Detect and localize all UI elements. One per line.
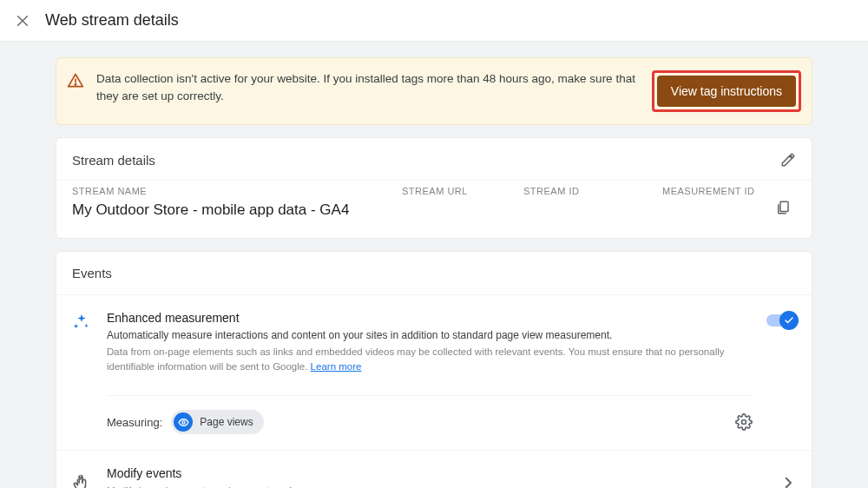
events-header: Events [56, 252, 812, 294]
highlight-box: View tag instructions [652, 70, 801, 112]
label-measurement-id: MEASUREMENT ID [662, 186, 770, 196]
gear-icon[interactable] [735, 413, 753, 431]
stream-details-card: Stream details STREAM NAME My Outdoor St… [56, 137, 812, 239]
eye-icon [174, 412, 193, 432]
enhanced-learn-more-link[interactable]: Learn more [311, 361, 362, 372]
modify-events-item[interactable]: Modify events Modify incoming events and… [56, 450, 812, 488]
enhanced-toggle[interactable] [766, 314, 796, 326]
page-title: Web stream details [45, 11, 179, 30]
measuring-label: Measuring: [107, 416, 162, 429]
sparkle-icon [72, 313, 93, 332]
svg-point-6 [742, 420, 746, 425]
events-card: Events Enhanced measurement Automaticall… [56, 251, 812, 488]
topbar: Web stream details [0, 0, 868, 42]
enhanced-subtitle: Automatically measure interactions and c… [107, 328, 753, 343]
stream-details-title: Stream details [72, 153, 155, 168]
modify-desc: Modify incoming events and parameters. L… [107, 484, 766, 488]
svg-point-5 [182, 421, 185, 424]
page-views-chip: Page views [171, 410, 263, 434]
label-stream-url: STREAM URL [402, 186, 523, 196]
data-collection-alert: Data collection isn't active for your we… [56, 57, 812, 125]
label-stream-id: STREAM ID [523, 186, 654, 196]
edit-icon[interactable] [780, 152, 796, 168]
svg-point-3 [75, 84, 76, 85]
stream-details-header: Stream details [56, 138, 812, 180]
view-tag-instructions-button[interactable]: View tag instructions [657, 76, 796, 107]
alert-text: Data collection isn't active for your we… [96, 70, 640, 106]
modify-title: Modify events [107, 466, 766, 480]
copy-icon[interactable] [775, 200, 791, 215]
chip-label: Page views [200, 416, 253, 428]
close-icon[interactable] [12, 10, 33, 31]
stream-row: STREAM NAME My Outdoor Store - mobile ap… [56, 180, 812, 238]
enhanced-measurement-item: Enhanced measurement Automatically measu… [56, 294, 812, 450]
enhanced-title: Enhanced measurement [107, 311, 753, 325]
warning-icon [67, 72, 84, 89]
enhanced-desc: Data from on-page elements such as links… [107, 345, 753, 375]
enhanced-desc-text: Data from on-page elements such as links… [107, 346, 725, 372]
touch-icon [72, 474, 93, 488]
label-stream-name: STREAM NAME [72, 186, 402, 196]
svg-rect-4 [780, 201, 788, 211]
toggle-knob-check-icon [779, 311, 799, 330]
measuring-row: Measuring: Page views [107, 395, 753, 434]
value-stream-name: My Outdoor Store - mobile app data - GA4 [72, 201, 402, 219]
chevron-right-icon [780, 475, 796, 488]
